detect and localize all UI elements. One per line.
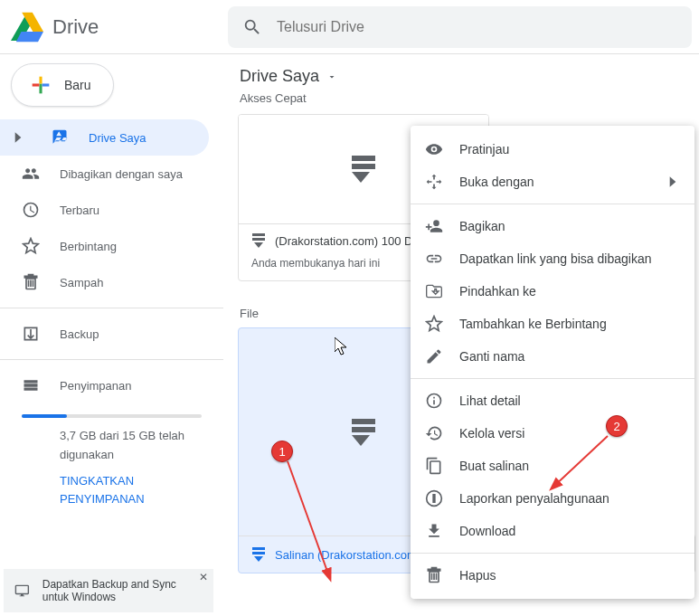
ctx-item-rename[interactable]: Ganti nama	[411, 340, 694, 373]
cursor-icon	[335, 337, 349, 355]
ctx-item-label: Lihat detail	[459, 393, 521, 408]
info-icon	[425, 392, 443, 410]
ctx-item-label: Kelola versi	[459, 426, 524, 441]
star-icon	[425, 315, 443, 333]
chevron-down-icon	[326, 71, 337, 82]
sidebar-item-label: Dibagikan dengan saya	[60, 167, 183, 181]
ctx-item-label: Bagikan	[459, 219, 505, 233]
ctx-item-label: Download	[459, 524, 515, 538]
promo-text: Dapatkan Backup and Sync untuk Windows	[43, 578, 203, 603]
star-icon	[22, 237, 40, 255]
backup-sync-promo[interactable]: Dapatkan Backup and Sync untuk Windows ✕	[4, 569, 213, 612]
file-icon	[251, 233, 266, 248]
close-icon[interactable]: ✕	[199, 571, 208, 583]
chevron-right-icon	[664, 173, 682, 191]
storage-bar	[22, 414, 202, 418]
ctx-item-preview[interactable]: Pratinjau	[411, 133, 694, 166]
sidebar-item-label: Backup	[60, 327, 99, 341]
sidebar-item-my-drive[interactable]: Drive Saya	[0, 119, 209, 156]
ctx-item-label: Dapatkan link yang bisa dibagikan	[459, 251, 651, 266]
ctx-item-remove[interactable]: Hapus	[411, 559, 694, 592]
quick-access-label: Akses Cepat	[238, 90, 695, 114]
sidebar-item-recent[interactable]: Terbaru	[0, 192, 209, 228]
sidebar-item-backups[interactable]: Backup	[0, 316, 209, 352]
ctx-item-copy[interactable]: Buat salinan	[411, 450, 694, 482]
ctx-item-label: Pratinjau	[459, 142, 509, 156]
new-button[interactable]: Baru	[11, 63, 114, 107]
report-icon	[425, 489, 443, 507]
breadcrumb[interactable]: Drive Saya	[238, 62, 695, 90]
ctx-item-label: Buat salinan	[459, 459, 529, 473]
file-icon	[251, 547, 266, 562]
nav: Drive Saya Dibagikan dengan saya Terbaru…	[0, 119, 223, 509]
ctx-item-move[interactable]: Pindahkan ke	[411, 275, 694, 308]
sidebar-item-starred[interactable]: Berbintang	[0, 228, 209, 264]
ctx-item-label: Buka dengan	[459, 175, 534, 189]
shared-icon	[22, 165, 40, 183]
copy-icon	[425, 457, 443, 475]
ctx-item-label: Pindahkan ke	[459, 284, 536, 299]
storage-icon	[22, 376, 40, 394]
sidebar-item-trash[interactable]: Sampah	[0, 264, 209, 300]
ctx-item-label: Hapus	[459, 568, 496, 583]
sidebar-item-label: Drive Saya	[89, 131, 146, 145]
sidebar: Baru Drive Saya Dibagikan dengan saya Te…	[0, 54, 223, 616]
open-with-icon	[425, 173, 443, 191]
storage-text: 3,7 GB dari 15 GB telah digunakan	[60, 427, 202, 465]
monitor-icon	[14, 581, 30, 601]
clock-icon	[22, 201, 40, 219]
ctx-item-star[interactable]: Tambahkan ke Berbintang	[411, 308, 694, 340]
storage-block: 3,7 GB dari 15 GB telah digunakan TINGKA…	[0, 403, 223, 509]
sidebar-item-label: Penyimpanan	[60, 379, 132, 393]
sidebar-item-label: Berbintang	[60, 240, 117, 253]
search-input[interactable]	[277, 19, 677, 35]
history-icon	[425, 424, 443, 442]
app-name: Drive	[52, 15, 99, 39]
folder-move-icon	[425, 282, 443, 300]
search-bar[interactable]	[228, 6, 692, 48]
ctx-item-get-link[interactable]: Dapatkan link yang bisa dibagikan	[411, 242, 694, 275]
ctx-item-share[interactable]: Bagikan	[411, 210, 694, 242]
eye-icon	[425, 140, 443, 158]
upgrade-storage-link[interactable]: TINGKATKAN PENYIMPANAN	[60, 474, 145, 507]
ctx-item-label: Tambahkan ke Berbintang	[459, 317, 607, 331]
ctx-item-details[interactable]: Lihat detail	[411, 384, 694, 417]
edit-icon	[425, 347, 443, 365]
sidebar-item-storage[interactable]: Penyimpanan	[0, 367, 209, 403]
ctx-item-open-with[interactable]: Buka dengan	[411, 166, 694, 198]
annotation-badge-2: 2	[606, 415, 628, 437]
annotation-badge-1: 1	[271, 441, 293, 462]
quick-card-title: (Drakorstation.com) 100 D	[275, 234, 412, 248]
trash-icon	[425, 566, 443, 584]
sidebar-item-label: Sampah	[60, 276, 103, 289]
ctx-item-label: Laporkan penyalahgunaan	[459, 491, 609, 506]
drive-logo-icon	[11, 11, 43, 43]
chevron-right-icon	[9, 128, 27, 147]
backup-icon	[22, 325, 40, 343]
logo-block[interactable]: Drive	[0, 11, 228, 43]
header: Drive	[0, 0, 699, 54]
ctx-item-report[interactable]: Laporkan penyalahgunaan	[411, 482, 694, 515]
sidebar-item-label: Terbaru	[60, 204, 99, 217]
new-button-label: Baru	[64, 78, 91, 92]
ctx-item-download[interactable]: Download	[411, 515, 694, 547]
context-menu: Pratinjau Buka dengan Bagikan Dapatkan l…	[411, 126, 694, 599]
plus-icon	[28, 72, 53, 98]
breadcrumb-title: Drive Saya	[240, 67, 319, 86]
download-icon	[425, 522, 443, 540]
ctx-item-label: Ganti nama	[459, 349, 524, 364]
my-drive-icon	[51, 128, 69, 147]
ctx-item-versions[interactable]: Kelola versi	[411, 417, 694, 450]
person-add-icon	[425, 217, 443, 235]
search-icon	[242, 17, 262, 37]
trash-icon	[22, 273, 40, 291]
link-icon	[425, 250, 443, 268]
sidebar-item-shared[interactable]: Dibagikan dengan saya	[0, 156, 209, 192]
